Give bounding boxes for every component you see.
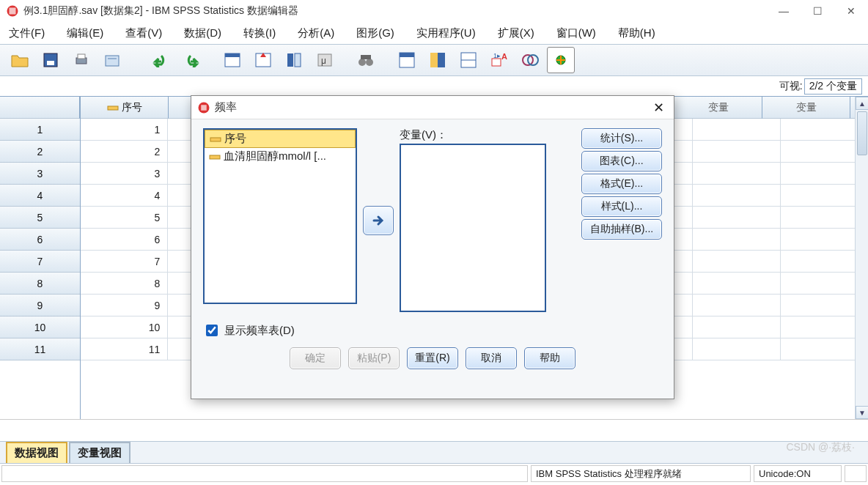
selected-variables-list[interactable]	[400, 144, 546, 312]
data-cell[interactable]	[693, 185, 780, 207]
row-header[interactable]: 6	[0, 229, 80, 251]
data-cell[interactable]: 8	[81, 273, 168, 295]
data-cell[interactable]: 11	[81, 338, 168, 360]
weight-icon[interactable]	[516, 47, 544, 73]
scroll-down-icon[interactable]: ▼	[856, 406, 868, 419]
show-frequency-table-checkbox[interactable]: 显示频率表(D)	[203, 322, 662, 338]
charts-button[interactable]: 图表(C)...	[581, 151, 662, 171]
svg-point-15	[358, 59, 366, 66]
row-header[interactable]: 2	[0, 141, 80, 163]
svg-rect-6	[106, 56, 119, 66]
menu-window[interactable]: 窗口(W)	[556, 26, 596, 40]
scroll-up-icon[interactable]: ▲	[856, 97, 868, 110]
data-cell[interactable]	[693, 273, 780, 295]
data-cell[interactable]	[693, 338, 780, 360]
format-button[interactable]: 格式(E)...	[581, 174, 662, 194]
data-cell[interactable]: 5	[81, 207, 168, 229]
data-cell[interactable]: 2	[81, 141, 168, 163]
col-header-0[interactable]: 序号	[81, 97, 169, 119]
menu-view[interactable]: 查看(V)	[125, 26, 162, 40]
value-labels-icon[interactable]: A1▸	[485, 47, 513, 73]
open-icon[interactable]	[6, 47, 34, 73]
binoculars-icon[interactable]	[352, 47, 380, 73]
data-cell[interactable]: 6	[81, 229, 168, 251]
row-header[interactable]: 5	[0, 207, 80, 229]
row-header[interactable]: 10	[0, 316, 80, 338]
undo-icon[interactable]	[147, 47, 174, 73]
goto-case-icon[interactable]	[218, 47, 246, 73]
data-cell[interactable]: 7	[81, 251, 168, 273]
frequency-dialog: 频率 ✕ 序号 血清胆固醇mmol/l [... 变量(V)： 统计(S)...…	[191, 95, 674, 399]
svg-rect-1	[10, 8, 16, 15]
paste-button[interactable]: 粘贴(P)	[348, 347, 400, 369]
bootstrap-button[interactable]: 自助抽样(B)...	[581, 219, 662, 240]
available-variables-list[interactable]: 序号 血清胆固醇mmol/l [...	[203, 128, 357, 304]
cancel-button[interactable]: 取消	[466, 347, 517, 369]
data-cell[interactable]: 1	[81, 119, 168, 141]
recall-icon[interactable]	[98, 47, 126, 73]
svg-rect-20	[430, 53, 438, 67]
close-button[interactable]: ✕	[834, 0, 868, 22]
save-icon[interactable]	[37, 47, 65, 73]
data-cell[interactable]: 9	[81, 295, 168, 316]
status-ready: IBM SPSS Statistics 处理程序就绪	[531, 465, 751, 482]
menu-analyze[interactable]: 分析(A)	[298, 26, 334, 40]
scroll-thumb[interactable]	[857, 111, 867, 155]
insert-variable-icon[interactable]	[424, 47, 452, 73]
data-cell[interactable]: 3	[81, 163, 168, 185]
minimize-button[interactable]: —	[767, 0, 801, 22]
style-button[interactable]: 样式(L)...	[581, 196, 662, 217]
maximize-button[interactable]: ☐	[801, 0, 834, 22]
menu-edit[interactable]: 编辑(E)	[67, 26, 103, 40]
row-header[interactable]: 8	[0, 273, 80, 295]
split-file-icon[interactable]	[455, 47, 482, 73]
row-header[interactable]: 7	[0, 251, 80, 273]
checkbox-input[interactable]	[206, 325, 218, 336]
data-cell[interactable]: 4	[81, 185, 168, 207]
vertical-scrollbar[interactable]: ▲ ▼	[855, 97, 868, 419]
reset-button[interactable]: 重置(R)	[407, 347, 458, 369]
row-header[interactable]: 11	[0, 338, 80, 360]
move-right-button[interactable]	[363, 206, 394, 235]
row-header[interactable]: 4	[0, 185, 80, 207]
find-icon[interactable]: μ	[311, 47, 339, 73]
menu-file[interactable]: 文件(F)	[9, 26, 45, 40]
goto-var-icon[interactable]	[249, 47, 277, 73]
data-cell[interactable]	[693, 141, 780, 163]
redo-icon[interactable]	[177, 47, 205, 73]
select-cases-icon[interactable]	[547, 47, 575, 73]
statistics-button[interactable]: 统计(S)...	[581, 128, 662, 149]
data-cell[interactable]	[693, 207, 780, 229]
data-cell[interactable]	[693, 163, 780, 185]
data-cell[interactable]	[693, 229, 780, 251]
tab-variable-view[interactable]: 变量视图	[69, 442, 130, 463]
help-button[interactable]: 帮助	[524, 347, 575, 369]
list-item[interactable]: 序号	[205, 130, 356, 148]
data-cell[interactable]	[693, 251, 780, 273]
list-item[interactable]: 血清胆固醇mmol/l [...	[205, 148, 356, 165]
row-header[interactable]: 1	[0, 119, 80, 141]
svg-rect-9	[225, 53, 240, 57]
svg-rect-24	[492, 59, 501, 66]
data-cell[interactable]	[693, 316, 780, 338]
status-empty	[1, 465, 528, 482]
col-header-empty-2[interactable]: 变量	[762, 97, 850, 119]
menu-utilities[interactable]: 实用程序(U)	[416, 26, 476, 40]
menu-data[interactable]: 数据(D)	[184, 26, 221, 40]
ok-button[interactable]: 确定	[290, 347, 341, 369]
insert-cases-icon[interactable]	[393, 47, 421, 73]
data-cell[interactable]	[693, 119, 780, 141]
menu-help[interactable]: 帮助(H)	[618, 26, 655, 40]
menu-transform[interactable]: 转换(I)	[243, 26, 276, 40]
menu-graphs[interactable]: 图形(G)	[356, 26, 394, 40]
tab-data-view[interactable]: 数据视图	[6, 442, 67, 463]
col-header-empty-1[interactable]: 变量	[674, 97, 762, 119]
print-icon[interactable]	[67, 47, 95, 73]
data-cell[interactable]	[693, 295, 780, 316]
variables-icon[interactable]	[280, 47, 308, 73]
row-header[interactable]: 3	[0, 163, 80, 185]
dialog-close-icon[interactable]: ✕	[649, 98, 668, 117]
menu-extensions[interactable]: 扩展(X)	[498, 26, 534, 40]
row-header[interactable]: 9	[0, 295, 80, 316]
data-cell[interactable]: 10	[81, 316, 168, 338]
